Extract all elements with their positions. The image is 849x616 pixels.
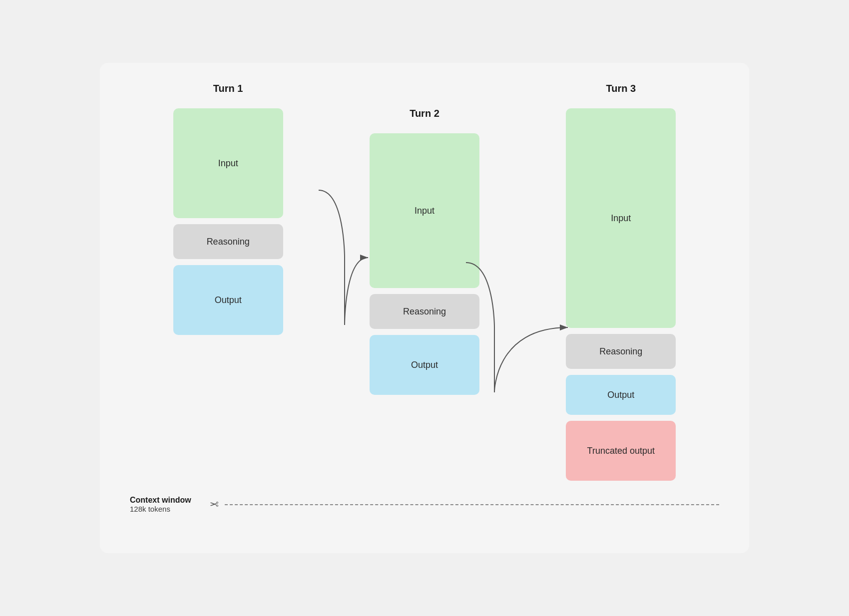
turn-2-input-label: Input: [415, 206, 434, 216]
context-window-title: Context window: [130, 496, 210, 505]
turn-3-title: Turn 3: [606, 83, 636, 94]
turn-2-column: Turn 2 Input Reasoning Output: [365, 108, 484, 395]
turns-row: Turn 1 Input Reasoning Output Turn 2 Inp…: [130, 83, 719, 481]
turn-3-output-label: Output: [607, 390, 634, 400]
context-window-line: [225, 504, 719, 505]
turn-1-reasoning-block: Reasoning: [173, 224, 283, 259]
turn-3-input-label: Input: [611, 213, 631, 224]
turn-2-reasoning-block: Reasoning: [370, 294, 479, 329]
turn-1-output-block: Output: [173, 265, 283, 335]
turn-2-reasoning-label: Reasoning: [403, 307, 446, 317]
turn-3-output-block: Output: [566, 375, 676, 415]
context-window-sublabel: 128k tokens: [130, 505, 210, 513]
turn-1-output-label: Output: [215, 295, 242, 306]
turn-2-input-block: Input: [370, 133, 479, 288]
turn-1-title: Turn 1: [213, 83, 243, 94]
turn-3-truncated-block: Truncated output: [566, 421, 676, 481]
turn-2-output-label: Output: [411, 360, 438, 370]
scissors-icon: ✂: [210, 498, 219, 511]
context-window-row: Context window 128k tokens ✂: [130, 496, 719, 513]
turn-3-input-block: Input: [566, 108, 676, 328]
diagram-container: Turn 1 Input Reasoning Output Turn 2 Inp…: [100, 63, 749, 553]
turn-1-input-block: Input: [173, 108, 283, 218]
turn-2-output-block: Output: [370, 335, 479, 395]
turn-3-reasoning-block: Reasoning: [566, 334, 676, 369]
turn-1-input-label: Input: [218, 158, 238, 169]
turn-3-reasoning-label: Reasoning: [599, 346, 642, 357]
turn-3-truncated-label: Truncated output: [587, 446, 655, 456]
turn-1-column: Turn 1 Input Reasoning Output: [168, 83, 288, 335]
turn-2-title: Turn 2: [410, 108, 439, 119]
turn-1-reasoning-label: Reasoning: [207, 237, 250, 247]
context-window-label-group: Context window 128k tokens: [130, 496, 210, 513]
turn-3-column: Turn 3 Input Reasoning Output Truncated …: [561, 83, 681, 481]
